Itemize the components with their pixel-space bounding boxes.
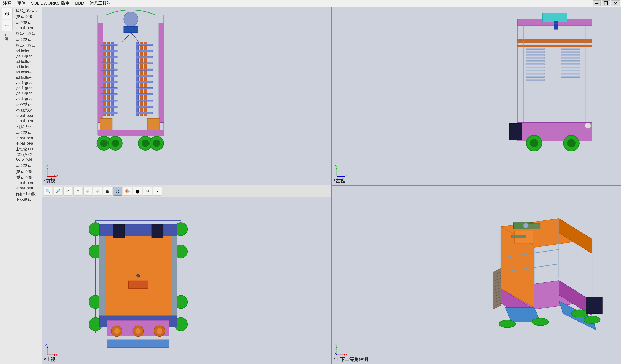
svg-rect-5 [123, 26, 138, 33]
svg-point-4 [123, 12, 138, 26]
top-view-label: *上视 [44, 356, 55, 363]
svg-rect-85 [561, 76, 580, 78]
svg-rect-82 [561, 67, 580, 68]
svg-rect-74 [526, 76, 544, 78]
front-view-axis: X Y [44, 165, 59, 180]
left-view-label: *左视 [334, 178, 345, 184]
svg-marker-129 [54, 354, 56, 356]
svg-rect-22 [101, 112, 117, 114]
toolbar-monitor[interactable]: 🖥 [143, 187, 152, 196]
move-tool[interactable]: ⊕ [2, 8, 13, 19]
viewport-top[interactable]: 🔍 🔎 ⚙ ◻ ⚡ ⚡ ▦ ◎ 🎨 ⬤ 🖥 ▸ [42, 185, 331, 364]
left-panel-item-9: ad bolts-- [14, 59, 42, 64]
left-panel-item-30: (默认<<默 [14, 174, 42, 180]
svg-rect-112 [171, 236, 177, 315]
window-minimize[interactable]: ─ [593, 0, 601, 6]
svg-rect-75 [526, 79, 544, 81]
menu-bar: 注释 评估 SOLIDWORKS 插件 MBD 沐风工具箱 ─ ❐ ✕ [0, 0, 621, 7]
sidebar-label: 状默_显示示 [5, 33, 9, 37]
sidebar-divider-1 [2, 32, 13, 32]
left-panel-item-20: le ball bea [14, 118, 42, 124]
svg-point-119 [114, 328, 120, 334]
svg-rect-81 [561, 64, 580, 65]
svg-rect-73 [526, 73, 544, 74]
viewport-front[interactable]: X Y *前视 [42, 7, 331, 185]
svg-rect-62 [518, 39, 592, 43]
left-panel-item-14: yle 1-grac [14, 85, 42, 91]
svg-rect-71 [526, 67, 544, 68]
left-panel-item-13: yle 1-grac [14, 80, 42, 85]
menu-mufeng[interactable]: 沐风工具箱 [88, 0, 113, 6]
pan-tool[interactable]: ↔ [2, 20, 13, 31]
svg-rect-57 [331, 7, 621, 184]
menu-evaluate[interactable]: 评估 [15, 0, 27, 6]
svg-rect-72 [526, 70, 544, 71]
left-panel-item-27: 8<1> (M4 [14, 157, 42, 163]
svg-text:Y: Y [335, 165, 337, 168]
toolbar-grid[interactable]: ▦ [103, 187, 112, 196]
toolbar-zoom-window[interactable]: 🔎 [53, 187, 62, 196]
svg-rect-124 [107, 340, 169, 347]
toolbar-zoom-magnify[interactable]: 🔍 [44, 187, 52, 196]
svg-rect-21 [101, 106, 117, 108]
bottom-toolbar: 🔍 🔎 ⚙ ◻ ⚡ ⚡ ▦ ◎ 🎨 ⬤ 🖥 ▸ [42, 185, 331, 197]
left-panel-item-25: 主动轮<1> [14, 146, 42, 152]
left-panel-item-28: 认<<默认 [14, 163, 42, 168]
left-panel-item-23: le ball bea [14, 135, 42, 141]
svg-point-114 [137, 274, 140, 277]
svg-rect-27 [136, 50, 153, 52]
toolbar-circle[interactable]: ⬤ [133, 187, 142, 196]
menu-annotation[interactable]: 注释 [1, 0, 13, 6]
left-view-svg [331, 7, 621, 184]
svg-point-169 [523, 223, 528, 228]
svg-rect-25 [144, 42, 147, 116]
svg-rect-3 [159, 23, 164, 122]
toolbar-shading[interactable]: ◻ [73, 187, 82, 196]
left-panel-item-4: 默认<<默认 [14, 31, 42, 36]
svg-point-165 [532, 318, 549, 326]
left-view-axis: Z Y [334, 165, 348, 180]
window-close[interactable]: ✕ [611, 0, 620, 6]
toolbar-view-active[interactable]: ◎ [113, 187, 122, 196]
svg-marker-174 [344, 354, 345, 356]
left-panel-item-6: 默认<<默认 [14, 43, 42, 49]
svg-point-44 [112, 139, 119, 147]
svg-rect-77 [561, 51, 580, 53]
svg-rect-115 [128, 281, 148, 289]
menu-solidworks-plugin[interactable]: SOLIDWORKS 插件 [29, 0, 71, 6]
viewport-iso[interactable]: X Y Z *上下二等角轴测 [331, 185, 621, 364]
left-panel-item-15: yle 1-grac [14, 91, 42, 96]
svg-rect-11 [101, 44, 117, 46]
svg-rect-60 [542, 13, 567, 22]
left-panel-item-8: yle 1-grac [14, 54, 42, 59]
left-panel-item-16: yle 1-grac [14, 96, 42, 101]
svg-point-91 [567, 139, 575, 147]
svg-rect-35 [136, 100, 153, 101]
left-panel-item-7: ad bolts-- [14, 49, 42, 54]
svg-rect-65 [526, 48, 544, 50]
toolbar-flash[interactable]: ⚡ [83, 187, 92, 196]
window-restore[interactable]: ❐ [602, 0, 610, 6]
viewport-left[interactable]: Z Y *左视 [331, 7, 621, 185]
toolbar-filter[interactable]: ⚙ [63, 187, 72, 196]
svg-text:X: X [56, 353, 58, 357]
left-panel: 状默_显示示(默认<<显认<<默认le ball bea默认<<默认认<<默认默… [14, 7, 42, 364]
svg-rect-66 [526, 51, 544, 53]
left-panel-item-12: ad bolts-- [14, 75, 42, 80]
panel-and-views: 状默_显示示(默认<<显认<<默认le ball bea默认<<默认认<<默认默… [14, 7, 621, 364]
svg-rect-8 [103, 42, 105, 116]
svg-rect-61 [554, 21, 558, 29]
toolbar-flash2[interactable]: ⚡ [93, 187, 102, 196]
menu-mbd[interactable]: MBD [73, 1, 86, 6]
tools-sidebar: ⊕ ↔ 状默_显示示 [0, 7, 14, 364]
toolbar-extra[interactable]: ▸ [153, 187, 162, 196]
svg-rect-99 [51, 197, 322, 364]
left-panel-item-17: 认<<默认 [14, 101, 42, 107]
svg-rect-19 [101, 94, 117, 95]
toolbar-color[interactable]: 🎨 [123, 187, 132, 196]
left-panel-item-21: > (默认<< [14, 124, 42, 130]
svg-rect-80 [561, 60, 580, 62]
iso-view-axis: X Y Z [334, 343, 348, 358]
svg-text:X: X [56, 175, 58, 178]
svg-rect-33 [136, 87, 153, 89]
